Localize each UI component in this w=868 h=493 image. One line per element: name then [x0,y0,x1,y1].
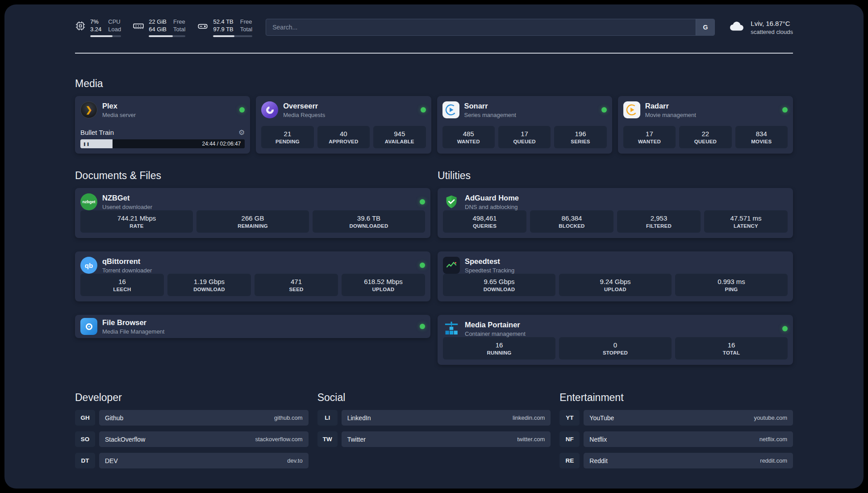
disk-progress-bar [213,35,252,37]
disk-icon [197,21,209,32]
app-title: Radarr [645,102,696,110]
app-subtitle: Speedtest Tracking [465,267,514,274]
sonarr-card[interactable]: Sonarr Series management 485 WANTED 17 Q… [437,96,612,154]
settings-gear-icon[interactable]: ⚙ [238,129,245,136]
stat-upload: 618.52 Mbps UPLOAD [342,274,425,296]
link-reddit[interactable]: RE Reddit reddit.com [559,453,793,468]
link-name: StackOverflow [105,436,145,443]
entertainment-section-title: Entertainment [559,392,793,404]
radarr-card[interactable]: Radarr Movie management 17 WANTED 22 QUE… [618,96,793,154]
search-bar: G [266,19,715,36]
documents-section-title: Documents & Files [75,170,430,182]
link-name: LinkedIn [347,414,371,422]
link-url: netflix.com [760,436,787,443]
app-title: Sonarr [464,102,516,110]
stat-wanted: 485 WANTED [442,126,495,148]
stat-remaining: 266 GB REMAINING [196,210,309,233]
link-url: twitter.com [517,436,545,443]
overseerr-icon [261,101,278,118]
status-dot [782,107,788,113]
portainer-icon [443,320,460,337]
stat-rate: 744.21 Mbps RATE [80,210,193,233]
adguard-shield-icon [443,193,460,210]
status-dot [601,107,607,113]
stat-running: 16 RUNNING [443,337,555,359]
cpu-progress-fill [90,35,113,37]
adguard-card[interactable]: AdGuard Home DNS and adblocking 498,461 … [438,188,793,238]
entertainment-links-section: Entertainment YT YouTube youtube.com NF … [559,392,793,468]
link-stackoverflow[interactable]: SO StackOverflow stackoverflow.com [75,431,309,447]
now-playing-title: Bullet Train [80,129,114,136]
stat-downloaded: 39.6 TB DOWNLOADED [313,210,425,233]
stat-queries: 498,461 QUERIES [443,210,526,233]
stat-leech: 16 LEECH [80,274,164,296]
cpu-usage-percent: 7% [90,18,101,25]
link-abbr: GH [75,410,95,426]
app-subtitle: Usenet downloader [102,204,152,210]
app-subtitle: Container management [465,330,526,337]
search-engine-button[interactable]: G [696,19,714,35]
link-url: youtube.com [754,414,787,421]
app-subtitle: DNS and adblocking [465,204,519,210]
stat-available: 945 AVAILABLE [373,126,426,148]
disk-widget: 52.4 TB 97.9 TB Free Total [197,18,252,37]
status-dot [420,263,425,268]
stat-queued: 17 QUEUED [498,126,551,148]
dashboard: 7% 3.24 CPU Load [4,4,864,489]
stat-upload: 9.24 Gbps UPLOAD [559,274,672,296]
playback-progress-bar[interactable]: ❚❚ 24:44 / 02:06:47 [80,139,245,148]
stat-queued: 22 QUEUED [679,126,731,148]
nzbget-card[interactable]: nzbget NZBGet Usenet downloader 744.21 M… [75,188,430,238]
disk-total-value: 97.9 TB [213,25,233,33]
social-section-title: Social [317,392,551,404]
developer-links-section: Developer GH Github github.com SO StackO… [75,392,309,468]
topbar: 7% 3.24 CPU Load [75,17,793,38]
app-title: Plex [102,102,136,110]
stat-stopped: 0 STOPPED [559,337,672,359]
link-netflix[interactable]: NF Netflix netflix.com [559,431,793,447]
sonarr-icon [442,101,459,118]
overseerr-card[interactable]: Overseerr Media Requests 21 PENDING 40 A… [256,96,431,154]
plex-card[interactable]: ❯ Plex Media server Bullet Train ⚙ [75,96,250,154]
link-abbr: NF [559,431,580,447]
filebrowser-card[interactable]: File Browser Media File Management [75,315,430,338]
stat-series: 196 SERIES [554,126,606,148]
pause-icon[interactable]: ❚❚ [83,142,90,146]
portainer-card[interactable]: Media Portainer Container management 16 … [438,315,793,365]
stat-filtered: 2,953 FILTERED [617,210,701,233]
qbittorrent-card[interactable]: qb qBittorrent Torrent downloader 16 LEE… [75,251,430,301]
social-links-section: Social LI LinkedIn linkedin.com TW Twitt… [317,392,551,447]
app-subtitle: Torrent downloader [102,267,152,274]
disk-free-value: 52.4 TB [213,18,233,25]
link-name: DEV [105,457,118,464]
app-subtitle: Movie management [645,112,696,118]
link-abbr: RE [559,453,580,468]
stat-blocked: 86,384 BLOCKED [530,210,613,233]
app-title: Overseerr [283,102,325,110]
ram-icon [133,21,144,32]
link-github[interactable]: GH Github github.com [75,410,309,426]
cpu-load-label: Load [108,25,121,33]
link-url: reddit.com [760,457,787,464]
app-title: Speedtest [465,257,514,266]
stat-movies: 834 MOVIES [735,126,788,148]
search-input[interactable] [266,19,696,35]
status-dot [782,326,788,331]
nzbget-icon: nzbget [80,193,97,210]
link-name: Twitter [347,436,366,443]
link-url: stackoverflow.com [255,436,302,443]
link-linkedin[interactable]: LI LinkedIn linkedin.com [317,410,551,426]
stat-seed: 471 SEED [255,274,338,296]
cpu-widget: 7% 3.24 CPU Load [75,18,121,37]
link-abbr: SO [75,431,95,447]
link-name: Reddit [589,457,607,464]
app-title: Media Portainer [465,321,526,329]
link-youtube[interactable]: YT YouTube youtube.com [559,410,793,426]
link-abbr: LI [317,410,338,426]
status-dot [420,324,425,329]
documents-section: Documents & Files nzbget NZBGet Usenet d… [75,170,430,338]
link-dev-to[interactable]: DT DEV dev.to [75,453,309,468]
plex-icon: ❯ [80,101,97,118]
link-twitter[interactable]: TW Twitter twitter.com [317,431,551,447]
speedtest-card[interactable]: Speedtest Speedtest Tracking 9.65 Gbps D… [438,251,793,301]
